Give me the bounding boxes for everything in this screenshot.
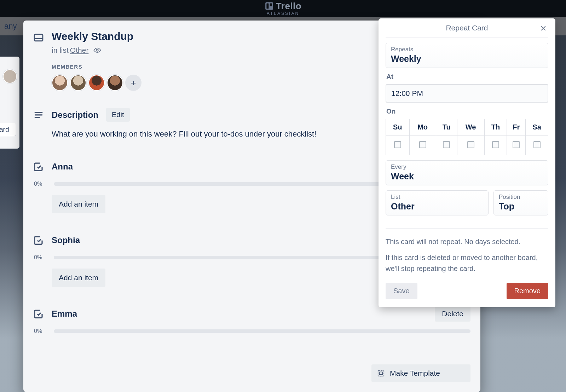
- svg-rect-1: [266, 3, 268, 8]
- day-checkbox-th[interactable]: [492, 141, 499, 148]
- position-select[interactable]: Position Top: [493, 190, 548, 215]
- day-checkbox-sa[interactable]: [533, 141, 541, 148]
- list-link[interactable]: Other: [70, 46, 89, 54]
- repeats-value: Weekly: [391, 54, 543, 64]
- list-column-ghost: ard: [0, 57, 19, 149]
- progress-bar: [54, 329, 470, 333]
- day-header: Fr: [507, 119, 526, 136]
- trello-logo-icon: [265, 1, 274, 11]
- avatar: [3, 69, 17, 83]
- checklist-title[interactable]: Anna: [52, 162, 427, 172]
- day-header: Tu: [436, 119, 457, 136]
- add-item-button[interactable]: Add an item: [52, 195, 105, 213]
- repeats-label: Repeats: [391, 46, 543, 53]
- day-header: Th: [484, 119, 507, 136]
- list-select[interactable]: List Other: [386, 190, 489, 215]
- at-label: At: [386, 73, 548, 81]
- checklist-title[interactable]: Sophia: [52, 235, 427, 245]
- svg-rect-6: [35, 112, 43, 113]
- board-name-fragment: any: [4, 22, 17, 31]
- member-avatar[interactable]: [52, 75, 68, 91]
- description-title: Description: [52, 110, 98, 120]
- svg-rect-10: [379, 372, 382, 374]
- template-icon: [377, 369, 385, 377]
- every-label: Every: [391, 163, 543, 171]
- card-ghost[interactable]: ard: [0, 123, 16, 136]
- list-value: Other: [391, 201, 483, 212]
- day-checkbox-tu[interactable]: [443, 141, 450, 148]
- delete-checklist-button[interactable]: Delete: [435, 306, 470, 322]
- note-line: If this card is deleted or moved to anot…: [386, 252, 548, 274]
- svg-rect-3: [34, 34, 43, 41]
- description-icon: [33, 110, 44, 120]
- divider: [386, 38, 548, 38]
- progress-percent: 0%: [33, 328, 47, 334]
- member-avatar[interactable]: [88, 75, 105, 91]
- on-label: On: [386, 108, 548, 115]
- make-template-label: Make Template: [390, 369, 440, 377]
- save-button[interactable]: Save: [386, 283, 417, 299]
- make-template-button[interactable]: Make Template: [371, 364, 470, 382]
- day-checkbox-we[interactable]: [467, 141, 474, 148]
- repeat-card-popover: Repeat Card Repeats Weekly At On Su Mo T…: [379, 18, 555, 307]
- note-line: This card will not repeat. No days selec…: [386, 236, 548, 247]
- svg-point-5: [97, 49, 99, 51]
- remove-button[interactable]: Remove: [507, 283, 548, 299]
- checklist-icon: [33, 309, 44, 319]
- day-header: Su: [386, 119, 410, 136]
- days-table: Su Mo Tu We Th Fr Sa: [386, 119, 548, 155]
- repeats-select[interactable]: Repeats Weekly: [386, 43, 548, 68]
- description-body[interactable]: What are you working on this week? Fill …: [33, 128, 366, 140]
- in-list-prefix: in list: [52, 46, 69, 54]
- day-checkbox-su[interactable]: [394, 141, 401, 148]
- card-icon: [33, 33, 44, 43]
- popover-note: This card will not repeat. No days selec…: [386, 228, 548, 274]
- position-value: Top: [499, 201, 543, 212]
- day-header: Mo: [409, 119, 436, 136]
- day-header: We: [457, 119, 484, 136]
- close-icon[interactable]: [538, 23, 548, 33]
- list-label: List: [391, 194, 483, 201]
- member-avatar[interactable]: [107, 75, 123, 91]
- add-item-button[interactable]: Add an item: [52, 269, 105, 287]
- day-header: Sa: [526, 119, 548, 136]
- checklist-icon: [33, 161, 44, 172]
- logo: Trello ATLASSIAN: [265, 1, 301, 16]
- checklist-title[interactable]: Emma: [52, 309, 427, 319]
- app-header: Trello ATLASSIAN: [0, 0, 566, 17]
- logo-subtext: ATLASSIAN: [267, 11, 299, 16]
- position-label: Position: [499, 194, 543, 201]
- checklist-icon: [33, 235, 44, 246]
- day-checkbox-mo[interactable]: [419, 141, 426, 148]
- progress-percent: 0%: [33, 254, 47, 261]
- member-avatar[interactable]: [70, 75, 86, 91]
- svg-rect-2: [270, 3, 272, 6]
- day-checkbox-fr[interactable]: [513, 141, 520, 148]
- checklist: Emma Delete 0%: [33, 306, 470, 334]
- progress-percent: 0%: [33, 181, 47, 187]
- svg-rect-8: [35, 117, 40, 118]
- popover-title: Repeat Card: [446, 24, 488, 32]
- watch-icon[interactable]: [93, 46, 101, 54]
- svg-rect-9: [378, 370, 384, 376]
- logo-text: Trello: [276, 1, 301, 11]
- svg-rect-7: [35, 114, 43, 115]
- every-value: Week: [391, 171, 543, 181]
- every-select[interactable]: Every Week: [386, 160, 548, 185]
- edit-description-button[interactable]: Edit: [106, 108, 129, 122]
- time-input[interactable]: [386, 84, 548, 103]
- add-member-button[interactable]: +: [125, 75, 142, 91]
